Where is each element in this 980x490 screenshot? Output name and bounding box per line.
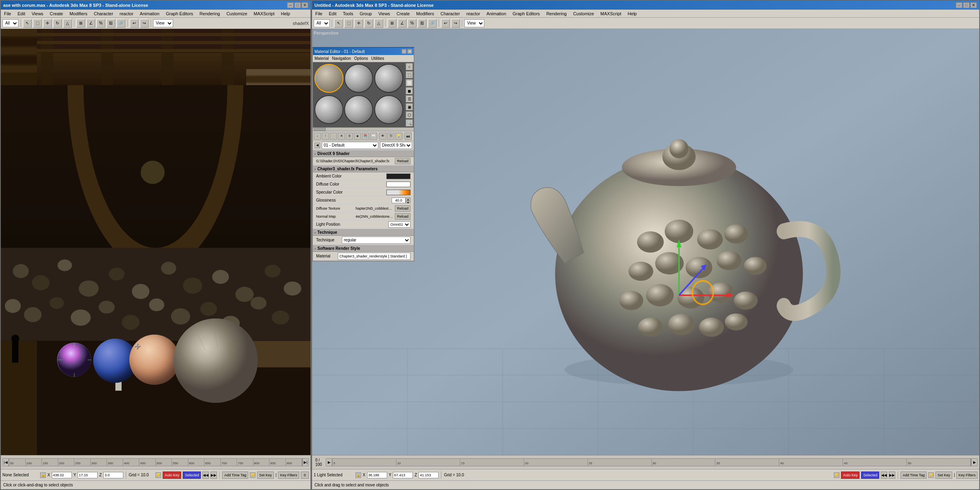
menu-rendering-right[interactable]: Rendering: [545, 11, 568, 16]
set-key-btn-left[interactable]: Set Key: [257, 472, 274, 479]
menu-rendering-left[interactable]: Rendering: [198, 11, 222, 16]
key-lock[interactable]: 🔑: [250, 472, 255, 478]
y-coord-right[interactable]: 67.413: [393, 472, 413, 478]
maximize-btn-right[interactable]: □: [963, 2, 970, 8]
menu-modifiers-right[interactable]: Modifiers: [414, 11, 436, 16]
mat-reload-shader-btn[interactable]: Reload: [395, 158, 410, 164]
prev-frame-btn-r[interactable]: ◀◀: [881, 472, 887, 479]
menu-edit-left[interactable]: Edit: [16, 11, 27, 16]
minimize-btn-right[interactable]: ─: [956, 2, 962, 8]
mat-light-pos-dropdown[interactable]: Omni01: [388, 221, 410, 228]
right-timeline-expand[interactable]: ▶: [326, 458, 332, 466]
x-coord-right[interactable]: 36.186: [367, 472, 387, 478]
mat-put-library-btn[interactable]: 📚: [362, 133, 369, 140]
mat-nav-back-btn[interactable]: ◀: [314, 143, 320, 148]
mat-menu-utilities[interactable]: Utilities: [371, 56, 384, 61]
mat-side-btn-8[interactable]: 🔍: [406, 119, 413, 127]
menu-maxscript-left[interactable]: MAXScript: [252, 11, 276, 16]
z-coord-left[interactable]: 3.0: [103, 472, 123, 478]
mat-put-btn[interactable]: ↑: [322, 133, 329, 140]
mat-preview-2[interactable]: [344, 64, 373, 93]
undo-btn[interactable]: ↩: [130, 19, 139, 28]
menu-tools-right[interactable]: Tools: [341, 11, 355, 16]
lock-icon-r2[interactable]: 🔑: [834, 472, 839, 478]
menu-customize-left[interactable]: Customize: [225, 11, 249, 16]
close-btn-right[interactable]: ✕: [970, 2, 977, 8]
key-filters-btn-left[interactable]: Key Filters: [278, 472, 299, 479]
snap-percent-btn[interactable]: %: [96, 19, 105, 28]
mat-assign-btn[interactable]: →: [330, 133, 337, 140]
mat-specular-swatch[interactable]: [386, 190, 410, 195]
lock-icon-2[interactable]: 🔑: [155, 472, 161, 478]
mat-technique-dropdown[interactable]: regular: [342, 237, 410, 244]
rotate-btn[interactable]: ↻: [53, 19, 62, 28]
mat-side-btn-3[interactable]: ⬜: [406, 79, 413, 86]
x-coord-left[interactable]: 438.02: [52, 472, 72, 478]
mat-diffuse-tex-reload-btn[interactable]: Reload: [395, 205, 410, 212]
next-frame-btn[interactable]: ▶▶: [210, 472, 217, 479]
select-region-btn[interactable]: ⬚: [33, 19, 42, 28]
mat-glossiness-spinner[interactable]: ▲ ▼: [406, 198, 410, 203]
scale-btn-r[interactable]: △: [374, 19, 383, 28]
select-region-btn-r[interactable]: ⬚: [344, 19, 353, 28]
mat-params-collapse-btn[interactable]: -: [314, 167, 316, 171]
menu-animation-right[interactable]: Animation: [485, 11, 508, 16]
menu-file-left[interactable]: File: [2, 11, 13, 16]
next-frame-btn-r[interactable]: ▶▶: [889, 472, 895, 479]
menu-animation-left[interactable]: Animation: [138, 11, 161, 16]
mat-diffuse-swatch[interactable]: [386, 182, 410, 187]
redo-btn[interactable]: ↪: [140, 19, 149, 28]
add-time-tag-btn-right[interactable]: Add Time Tag: [900, 472, 927, 479]
undo-btn-r[interactable]: ↩: [441, 19, 450, 28]
set-key-btn-right[interactable]: Set Key: [935, 472, 952, 479]
menu-views-left[interactable]: Views: [30, 11, 45, 16]
mat-hscrollbar[interactable]: [313, 127, 414, 131]
mat-preview-4[interactable]: [314, 95, 343, 124]
menu-reactor-right[interactable]: reactor: [465, 11, 482, 16]
mat-name-dropdown[interactable]: 01 - Default: [322, 142, 378, 149]
mat-ambient-swatch[interactable]: [386, 174, 410, 179]
mat-preview-1[interactable]: [314, 64, 343, 93]
mat-menu-material[interactable]: Material: [314, 56, 329, 61]
lock-icon-left[interactable]: 🔒: [40, 472, 46, 478]
menu-maxscript-right[interactable]: MAXScript: [599, 11, 623, 16]
mat-preview-5[interactable]: [344, 95, 373, 124]
lock-icon-right[interactable]: 🔒: [355, 472, 361, 478]
mat-minimize-btn[interactable]: ─: [402, 49, 406, 54]
menu-group-right[interactable]: Group: [358, 11, 374, 16]
mat-side-btn-2[interactable]: ⬚: [406, 71, 413, 78]
mat-reset-btn[interactable]: ✕: [338, 133, 345, 140]
snap-btn-r[interactable]: ⊞: [388, 19, 396, 28]
menu-character-left[interactable]: Character: [92, 11, 115, 16]
mat-show-in-vp-btn[interactable]: 👁: [379, 133, 386, 140]
mat-close-btn[interactable]: ✕: [407, 49, 412, 54]
toolbar-filter-dropdown-left[interactable]: All: [2, 19, 18, 27]
mat-preview-3[interactable]: [374, 64, 403, 93]
mat-copy-btn[interactable]: ⎘: [346, 133, 353, 140]
mat-side-btn-4[interactable]: ◼: [406, 87, 413, 94]
mat-unique-btn[interactable]: ◈: [354, 133, 361, 140]
add-time-tag-btn-left[interactable]: Add Time Tag: [222, 472, 248, 479]
redo-btn-r[interactable]: ↪: [451, 19, 460, 28]
mat-hscroll-thumb[interactable]: [314, 128, 326, 131]
view-dropdown-left[interactable]: View: [153, 19, 173, 27]
mat-show-bg-btn[interactable]: ☷: [387, 133, 394, 140]
auto-key-btn-right[interactable]: Auto Key: [841, 472, 860, 479]
timeline-ruler-right[interactable]: 5 10 15 20 25 30 35 40 45 50: [332, 458, 971, 466]
mat-get-btn[interactable]: ↓: [314, 133, 321, 140]
timeline-ruler-left[interactable]: 50 100 150 200 250 300 350 400 450 500 5…: [9, 458, 302, 466]
menu-help-left[interactable]: Help: [280, 11, 292, 16]
mat-dx9-collapse-btn[interactable]: -: [314, 151, 316, 156]
key-filters-btn-right[interactable]: Key Filters: [956, 472, 978, 479]
timeline-left-arrow[interactable]: |◀: [2, 458, 9, 466]
mat-menu-options[interactable]: Options: [354, 56, 368, 61]
mat-shader-dropdown[interactable]: DirectX 9 Shader: [380, 142, 412, 149]
select-btn-r[interactable]: ↖: [334, 19, 343, 28]
prev-frame-btn[interactable]: ◀◀: [202, 472, 209, 479]
menu-grapheditors-left[interactable]: Graph Editors: [164, 11, 195, 16]
toolbar-filter-dropdown-right[interactable]: All: [314, 19, 330, 27]
menu-grapheditors-right[interactable]: Graph Editors: [511, 11, 541, 16]
menu-character-right[interactable]: Character: [439, 11, 461, 16]
snap-btn[interactable]: ⊞: [76, 19, 85, 28]
close-btn-left[interactable]: ✕: [302, 2, 308, 8]
